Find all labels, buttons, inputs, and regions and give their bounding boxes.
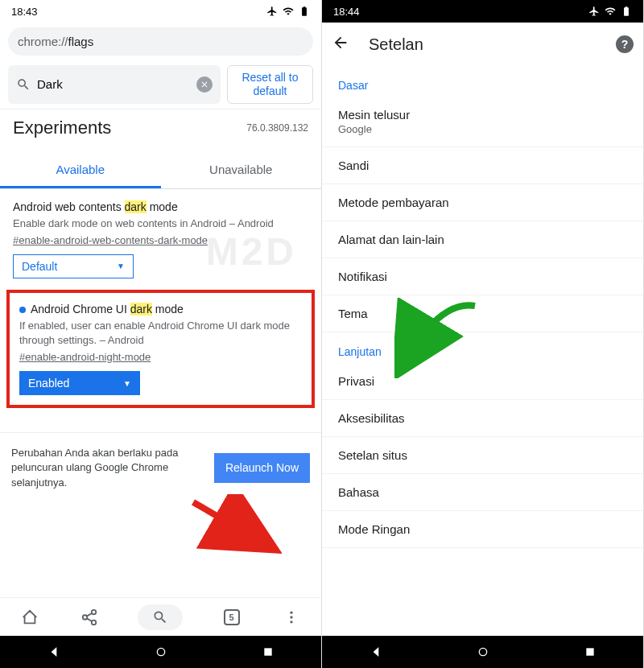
- svg-rect-9: [586, 648, 593, 655]
- back-button[interactable]: [332, 34, 349, 55]
- setting-language[interactable]: Bahasa: [322, 474, 643, 511]
- status-icons: [588, 6, 632, 17]
- flag-description: Enable dark mode on web contents in Andr…: [13, 216, 308, 231]
- search-button[interactable]: [138, 604, 183, 630]
- nav-home[interactable]: [476, 645, 490, 659]
- url-bar[interactable]: chrome://flags: [8, 27, 313, 56]
- flag-tabs: Available Unavailable: [0, 153, 321, 189]
- svg-point-8: [479, 648, 486, 655]
- android-nav-bar: [0, 636, 321, 668]
- svg-point-3: [290, 611, 292, 613]
- chevron-down-icon: ▼: [123, 379, 131, 388]
- setting-password[interactable]: Sandi: [322, 147, 643, 184]
- android-nav-bar: [322, 636, 643, 668]
- relaunch-message: Perubahan Anda akan berlaku pada peluncu…: [11, 446, 206, 490]
- flag-title: Android web contents dark mode: [13, 200, 308, 213]
- search-input[interactable]: [37, 77, 190, 91]
- wifi-icon: [283, 6, 294, 17]
- home-button[interactable]: [19, 606, 41, 629]
- help-button[interactable]: ?: [616, 35, 634, 53]
- nav-recent[interactable]: [261, 645, 275, 659]
- setting-accessibility[interactable]: Aksesibilitas: [322, 400, 643, 437]
- wifi-icon: [605, 6, 616, 17]
- nav-back[interactable]: [369, 645, 383, 659]
- flag-chrome-ui-dark: Android Chrome UI dark mode If enabled, …: [6, 290, 315, 408]
- flag-title: Android Chrome UI dark mode: [19, 303, 302, 315]
- svg-point-0: [92, 609, 97, 614]
- experiments-title: Experiments: [13, 118, 111, 138]
- setting-lite-mode[interactable]: Mode Ringan: [322, 511, 643, 548]
- flag-hash-link[interactable]: #enable-android-web-contents-dark-mode: [13, 234, 308, 246]
- status-icons: [266, 6, 310, 17]
- settings-list[interactable]: Dasar Mesin telusur Google Sandi Metode …: [322, 66, 643, 636]
- setting-search-engine[interactable]: Mesin telusur Google: [322, 97, 643, 147]
- svg-point-4: [290, 616, 292, 618]
- share-button[interactable]: [78, 606, 101, 629]
- search-icon: [16, 77, 31, 92]
- chrome-settings-screen: 18:44 Setelan ? Dasar Mesin telusur Goog…: [322, 0, 644, 668]
- settings-app-bar: Setelan ?: [322, 23, 643, 66]
- status-bar: 18:44: [322, 0, 643, 23]
- flag-hash-link[interactable]: #enable-android-night-mode: [19, 351, 302, 363]
- tab-available[interactable]: Available: [0, 153, 161, 188]
- search-row: Reset all to default: [0, 60, 321, 109]
- close-icon: [200, 80, 209, 89]
- setting-privacy[interactable]: Privasi: [322, 363, 643, 400]
- flag-description: If enabled, user can enable Android Chro…: [19, 319, 302, 348]
- setting-notifications[interactable]: Notifikasi: [322, 258, 643, 295]
- settings-title: Setelan: [369, 35, 597, 54]
- svg-rect-7: [264, 648, 271, 655]
- relaunch-button[interactable]: Relaunch Now: [214, 453, 310, 483]
- setting-site[interactable]: Setelan situs: [322, 437, 643, 474]
- flag-select-enabled[interactable]: Enabled ▼: [19, 371, 140, 395]
- flag-select-default[interactable]: Default ▼: [13, 254, 134, 278]
- svg-point-2: [92, 620, 97, 625]
- setting-payment[interactable]: Metode pembayaran: [322, 184, 643, 221]
- svg-point-1: [83, 615, 88, 620]
- menu-button[interactable]: [280, 606, 303, 629]
- nav-back[interactable]: [47, 645, 61, 659]
- tab-unavailable[interactable]: Unavailable: [161, 153, 322, 188]
- search-box[interactable]: [8, 65, 221, 104]
- svg-point-5: [290, 621, 292, 623]
- section-advanced: Lanjutan: [322, 332, 643, 363]
- tabs-button[interactable]: 5: [221, 606, 243, 629]
- flag-web-contents-dark: Android web contents dark mode Enable da…: [0, 189, 321, 288]
- setting-theme[interactable]: Tema: [322, 295, 643, 332]
- url-host: chrome://: [18, 35, 68, 48]
- flags-list: M2D Android web contents dark mode Enabl…: [0, 189, 321, 597]
- svg-point-6: [157, 648, 164, 655]
- status-time: 18:43: [11, 6, 38, 18]
- chevron-down-icon: ▼: [117, 262, 125, 270]
- reset-all-button[interactable]: Reset all to default: [227, 65, 313, 104]
- nav-home[interactable]: [154, 645, 168, 659]
- highlight: dark: [130, 303, 152, 315]
- nav-recent[interactable]: [583, 645, 597, 659]
- tab-count: 5: [224, 609, 240, 625]
- clear-search-button[interactable]: [196, 76, 213, 93]
- experiments-header: Experiments 76.0.3809.132: [0, 109, 321, 143]
- status-bar: 18:43: [0, 0, 321, 23]
- blue-dot-icon: [19, 307, 26, 313]
- chrome-flags-screen: 18:43 chrome://flags Reset all to defaul…: [0, 0, 322, 668]
- airplane-icon: [266, 6, 278, 17]
- section-basic: Dasar: [322, 66, 643, 97]
- relaunch-bar: Perubahan Anda akan berlaku pada peluncu…: [0, 432, 321, 503]
- setting-address[interactable]: Alamat dan lain-lain: [322, 221, 643, 258]
- status-time: 18:44: [333, 6, 360, 18]
- url-path: flags: [68, 35, 94, 48]
- chrome-version: 76.0.3809.132: [246, 122, 308, 134]
- highlight: dark: [125, 200, 147, 213]
- airplane-icon: [588, 6, 600, 17]
- battery-icon: [621, 6, 632, 17]
- battery-icon: [299, 6, 310, 17]
- chrome-bottom-bar: 5: [0, 597, 321, 636]
